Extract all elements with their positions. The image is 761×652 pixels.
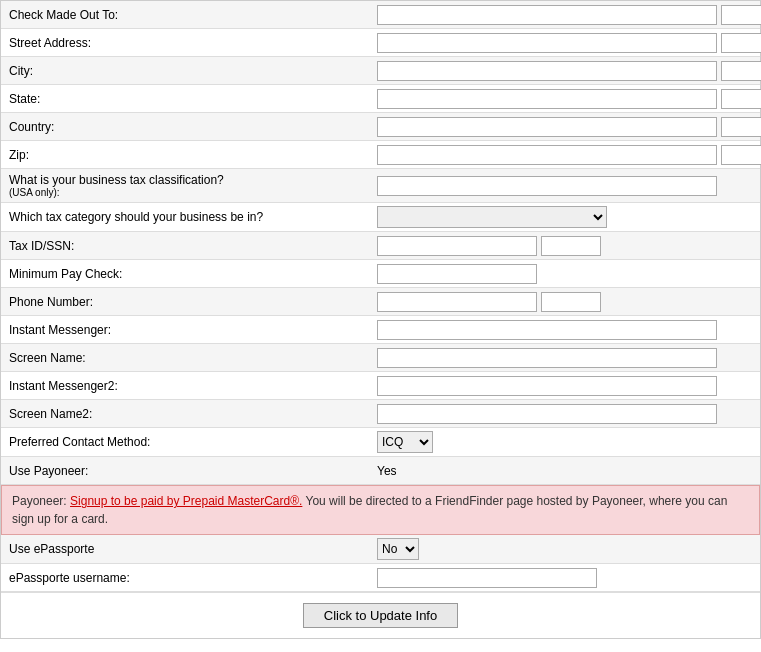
label-instant-messenger: Instant Messenger: — [1, 319, 371, 341]
zip-extra[interactable] — [721, 145, 761, 165]
input-cell-screen-name — [371, 345, 760, 371]
epassporte-username-input[interactable] — [377, 568, 597, 588]
input-cell-epassporte-username — [371, 565, 760, 591]
label-instant-messenger2: Instant Messenger2: — [1, 375, 371, 397]
country-input[interactable] — [377, 117, 717, 137]
input-cell-use-payoneer: Yes — [371, 461, 760, 481]
label-use-epassporte: Use ePassporte — [1, 538, 371, 560]
label-screen-name2: Screen Name2: — [1, 403, 371, 425]
input-cell-zip — [371, 142, 761, 168]
tax-category-select[interactable]: Individual Corporation Partnership Other — [377, 206, 607, 228]
phone-input[interactable] — [377, 292, 537, 312]
phone-extra[interactable] — [541, 292, 601, 312]
label-city: City: — [1, 60, 371, 82]
input-cell-city — [371, 58, 761, 84]
check-made-out-extra[interactable] — [721, 5, 761, 25]
row-epassporte-username: ePassporte username: — [1, 564, 760, 592]
input-cell-country — [371, 114, 761, 140]
input-cell-instant-messenger — [371, 317, 760, 343]
country-extra[interactable] — [721, 117, 761, 137]
row-zip: Zip: — [1, 141, 760, 169]
min-pay-input[interactable] — [377, 264, 537, 284]
input-cell-use-epassporte: No Yes — [371, 535, 760, 563]
row-use-payoneer: Use Payoneer: Yes — [1, 457, 760, 485]
zip-input[interactable] — [377, 145, 717, 165]
instant-messenger2-input[interactable] — [377, 376, 717, 396]
row-use-epassporte: Use ePassporte No Yes — [1, 535, 760, 564]
update-info-button[interactable]: Click to Update Info — [303, 603, 458, 628]
tax-id-input[interactable] — [377, 236, 537, 256]
state-input[interactable] — [377, 89, 717, 109]
screen-name2-input[interactable] — [377, 404, 717, 424]
street-address-extra[interactable] — [721, 33, 761, 53]
row-check-made-out: Check Made Out To: — [1, 1, 760, 29]
input-cell-tax-classification — [371, 173, 760, 199]
input-cell-min-pay — [371, 261, 760, 287]
city-input[interactable] — [377, 61, 717, 81]
label-tax-category: Which tax category should your business … — [1, 206, 371, 228]
row-screen-name: Screen Name: — [1, 344, 760, 372]
label-state: State: — [1, 88, 371, 110]
payoneer-prefix: Payoneer: — [12, 494, 70, 508]
tax-id-extra[interactable] — [541, 236, 601, 256]
label-country: Country: — [1, 116, 371, 138]
check-made-out-input[interactable] — [377, 5, 717, 25]
payment-info-form: Check Made Out To: Street Address: City:… — [0, 0, 761, 639]
use-payoneer-value: Yes — [377, 464, 397, 478]
input-cell-tax-category: Individual Corporation Partnership Other — [371, 203, 760, 231]
payoneer-link[interactable]: Signup to be paid by Prepaid MasterCard®… — [70, 494, 302, 508]
row-street-address: Street Address: — [1, 29, 760, 57]
row-min-pay: Minimum Pay Check: — [1, 260, 760, 288]
label-phone: Phone Number: — [1, 291, 371, 313]
row-instant-messenger2: Instant Messenger2: — [1, 372, 760, 400]
label-zip: Zip: — [1, 144, 371, 166]
input-cell-instant-messenger2 — [371, 373, 760, 399]
row-city: City: — [1, 57, 760, 85]
label-tax-id: Tax ID/SSN: — [1, 235, 371, 257]
input-cell-phone — [371, 289, 760, 315]
row-tax-classification: What is your business tax classification… — [1, 169, 760, 203]
row-screen-name2: Screen Name2: — [1, 400, 760, 428]
preferred-contact-select[interactable]: ICQ AIM Yahoo MSN Skype — [377, 431, 433, 453]
label-use-payoneer: Use Payoneer: — [1, 460, 371, 482]
input-cell-street-address — [371, 30, 761, 56]
row-state: State: — [1, 85, 760, 113]
instant-messenger-input[interactable] — [377, 320, 717, 340]
input-cell-check-made-out — [371, 2, 761, 28]
input-cell-preferred-contact: ICQ AIM Yahoo MSN Skype — [371, 428, 760, 456]
label-street-address: Street Address: — [1, 32, 371, 54]
label-tax-classification: What is your business tax classification… — [1, 169, 371, 202]
input-cell-screen-name2 — [371, 401, 760, 427]
screen-name-input[interactable] — [377, 348, 717, 368]
city-extra[interactable] — [721, 61, 761, 81]
label-epassporte-username: ePassporte username: — [1, 567, 371, 589]
label-screen-name: Screen Name: — [1, 347, 371, 369]
payoneer-notice: Payoneer: Signup to be paid by Prepaid M… — [1, 485, 760, 535]
row-tax-id: Tax ID/SSN: — [1, 232, 760, 260]
row-country: Country: — [1, 113, 760, 141]
input-cell-tax-id — [371, 233, 760, 259]
tax-classification-input[interactable] — [377, 176, 717, 196]
label-min-pay: Minimum Pay Check: — [1, 263, 371, 285]
row-preferred-contact: Preferred Contact Method: ICQ AIM Yahoo … — [1, 428, 760, 457]
use-epassporte-select[interactable]: No Yes — [377, 538, 419, 560]
label-check-made-out: Check Made Out To: — [1, 4, 371, 26]
label-preferred-contact: Preferred Contact Method: — [1, 431, 371, 453]
button-row: Click to Update Info — [1, 592, 760, 638]
row-tax-category: Which tax category should your business … — [1, 203, 760, 232]
input-cell-state — [371, 86, 761, 112]
state-extra[interactable] — [721, 89, 761, 109]
street-address-input[interactable] — [377, 33, 717, 53]
row-phone: Phone Number: — [1, 288, 760, 316]
row-instant-messenger: Instant Messenger: — [1, 316, 760, 344]
